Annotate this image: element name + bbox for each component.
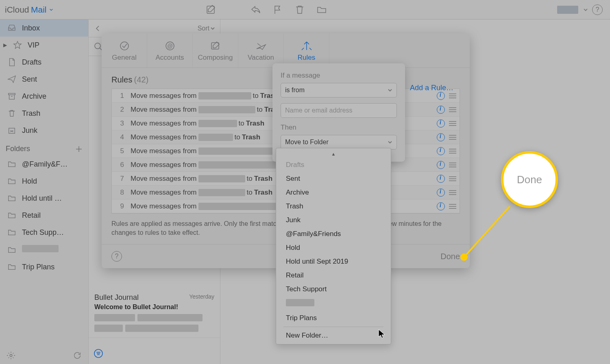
info-icon[interactable]	[437, 175, 445, 183]
message-subject: Welcome to Bullet Journal!	[94, 303, 214, 311]
folder-menu-item[interactable]: Retail	[276, 269, 391, 282]
sidebar-item-archive[interactable]: Archive	[0, 88, 88, 105]
refresh-icon[interactable]	[73, 351, 82, 360]
paperplane-icon	[7, 75, 16, 84]
done-button[interactable]: Done	[440, 252, 460, 261]
sort-button[interactable]: Sort	[198, 25, 215, 32]
info-icon[interactable]	[437, 106, 445, 114]
folder-label: @Family&F…	[22, 160, 68, 169]
condition-value: is from	[285, 87, 305, 94]
folder-menu-item[interactable]: Trash	[276, 199, 391, 213]
address-input[interactable]	[281, 103, 397, 118]
condition-select[interactable]: is from	[281, 83, 397, 98]
sidebar-folder-item[interactable]	[0, 241, 88, 258]
reorder-grip-icon[interactable]	[449, 106, 456, 113]
tab-composing[interactable]: Composing	[193, 33, 238, 67]
tab-general[interactable]: General	[102, 33, 147, 67]
sidebar-item-inbox[interactable]: Inbox	[0, 20, 88, 37]
label: VIP	[28, 41, 39, 50]
sidebar-folder-item[interactable]: Hold	[0, 173, 88, 190]
trash-icon[interactable]	[294, 4, 305, 15]
folder-menu-item: Drafts	[276, 158, 391, 172]
label: Trash	[22, 109, 40, 118]
folder-icon	[7, 160, 16, 169]
rule-editor-popover: If a message is from Then Move to Folder	[272, 63, 405, 162]
info-icon[interactable]	[437, 119, 445, 128]
folder-menu-item[interactable]: Sent	[276, 172, 391, 186]
modal-help-icon[interactable]: ?	[111, 251, 122, 262]
cursor-icon	[378, 329, 386, 339]
folder-dropdown[interactable]: ▲ DraftsSentArchiveTrashJunk@Family&Frie…	[276, 148, 391, 344]
folder-icon	[7, 262, 16, 271]
sidebar-folder-item[interactable]: Trip Plans	[0, 258, 88, 275]
add-folder-icon[interactable]	[75, 145, 83, 153]
folder-label: Hold until …	[22, 194, 62, 203]
message-card[interactable]: Bullet Journal Yesterday Welcome to Bull…	[89, 288, 220, 338]
label: Sent	[22, 75, 37, 84]
folder-menu-item[interactable]: Hold	[276, 241, 391, 255]
svg-point-4	[95, 43, 100, 49]
folder-icon	[7, 194, 16, 203]
info-icon[interactable]	[437, 92, 445, 100]
sidebar-folder-item[interactable]: Hold until …	[0, 190, 88, 207]
sidebar-item-vip[interactable]: ▶ VIP	[0, 37, 88, 54]
reorder-grip-icon[interactable]	[449, 189, 456, 196]
tab-accounts[interactable]: @Accounts	[147, 33, 193, 67]
app-title[interactable]: iCloud Mail	[5, 5, 47, 15]
reorder-grip-icon[interactable]	[449, 92, 456, 100]
move-folder-icon[interactable]	[316, 4, 327, 15]
folder-menu-item[interactable]: Hold until Sept 2019	[276, 255, 391, 269]
reorder-grip-icon[interactable]	[449, 161, 456, 169]
add-rule-link[interactable]: Add a Rule…	[410, 84, 453, 92]
tab-rules[interactable]: Rules	[284, 33, 329, 67]
svg-rect-1	[9, 93, 15, 95]
sidebar-folder-item[interactable]: Retail	[0, 207, 88, 224]
disclosure-icon[interactable]: ▶	[3, 42, 7, 48]
sidebar-item-drafts[interactable]: Drafts	[0, 54, 88, 71]
info-icon[interactable]	[437, 202, 445, 210]
info-icon[interactable]	[437, 188, 445, 197]
sidebar-folder-item[interactable]: Tech Supp…	[0, 224, 88, 241]
sidebar-item-junk[interactable]: Junk	[0, 122, 88, 139]
chevron-down-icon[interactable]	[49, 8, 53, 12]
reorder-grip-icon[interactable]	[449, 175, 456, 182]
label: Archive	[22, 92, 46, 101]
tab-vacation[interactable]: Vacation	[238, 33, 284, 67]
reorder-grip-icon[interactable]	[449, 120, 456, 127]
gear-icon[interactable]	[7, 351, 15, 360]
info-icon[interactable]	[437, 133, 445, 141]
help-icon[interactable]: ?	[592, 4, 603, 15]
reorder-grip-icon[interactable]	[449, 203, 456, 210]
folder-menu-item[interactable]: Tech Support	[276, 282, 391, 296]
svg-rect-2	[9, 128, 15, 134]
chevron-down-icon	[388, 140, 392, 145]
compose-icon[interactable]	[206, 4, 216, 15]
rules-title: Rules	[111, 75, 132, 84]
sidebar-item-sent[interactable]: Sent	[0, 71, 88, 88]
star-icon	[13, 41, 22, 50]
sidebar-folder-item[interactable]: @Family&F…	[0, 156, 88, 173]
scroll-up-icon[interactable]: ▲	[276, 152, 391, 158]
sidebar-item-trash[interactable]: Trash	[0, 105, 88, 122]
info-icon[interactable]	[437, 147, 445, 155]
reorder-grip-icon[interactable]	[449, 147, 456, 155]
reorder-grip-icon[interactable]	[449, 134, 456, 141]
user-chevron-icon[interactable]	[583, 7, 588, 12]
action-select[interactable]: Move to Folder	[281, 135, 397, 150]
icloud-label: iCloud	[5, 5, 29, 14]
user-name-block[interactable]	[557, 6, 578, 14]
archive-icon	[7, 92, 16, 101]
folder-menu-item[interactable]: @Family&Friends	[276, 227, 391, 241]
back-icon[interactable]	[94, 24, 102, 32]
folder-menu-item[interactable]: Archive	[276, 186, 391, 199]
svg-point-6	[120, 42, 129, 50]
folder-menu-item[interactable]: Junk	[276, 213, 391, 227]
folder-menu-item[interactable]	[276, 296, 391, 311]
reply-icon[interactable]	[251, 4, 261, 15]
new-folder-item[interactable]: New Folder…	[276, 329, 391, 342]
folder-menu-item[interactable]: Trip Plans	[276, 311, 391, 325]
label: Junk	[22, 126, 37, 135]
filter-icon[interactable]	[94, 349, 103, 358]
flag-icon[interactable]	[272, 4, 283, 15]
info-icon[interactable]	[437, 161, 445, 169]
